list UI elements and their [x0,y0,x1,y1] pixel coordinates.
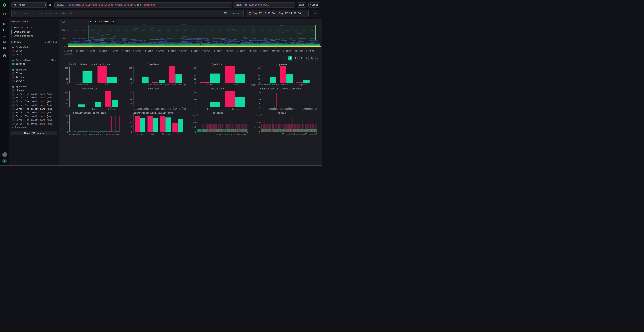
svg-text:0: 0 [67,106,68,108]
svg-text:1748192273433: 1748192273433 [268,108,282,110]
svg-text:0.3: 0.3 [256,122,260,124]
svg-text:2025-05-28T03:59:14.900820000Z: 2025-05-28T03:59:14.900820000Z [215,133,248,135]
svg-text:0: 0 [258,106,260,108]
svg-text:0: 0 [131,131,132,133]
svg-text:89835: 89835 [69,133,75,135]
svg-text:25: 25 [194,78,196,80]
svg-text:8: 8 [131,126,132,128]
svg-text:19961834: 19961834 [151,108,160,110]
svg-text:SpanAttributes.cache.size: SpanAttributes.cache.size [73,112,106,114]
svg-text:25: 25 [66,78,68,80]
svg-text:4: 4 [67,126,68,128]
svg-text:1748393738536: 1748393738536 [302,108,317,110]
svg-text:50: 50 [258,74,260,76]
svg-text:grpc.oteldemo.PaymentService/C: grpc.oteldemo.PaymentService/Charge [148,84,186,86]
svg-text:25: 25 [194,102,196,104]
svg-text:TraceId: TraceId [276,112,286,114]
svg-text:96139: 96139 [96,133,101,135]
svg-text:8: 8 [258,99,260,101]
svg-text:4: 4 [258,102,260,104]
svg-text:@hyperdx/instrumentation-excep: @hyperdx/instrumentation-exception [251,84,288,86]
svg-text:1748199880789: 1748199880789 [282,108,296,110]
svg-text:100: 100 [193,92,196,94]
svg-text:0: 0 [258,131,260,133]
svg-text:SpanName: SpanName [148,63,159,66]
svg-text:SpanAttributes.app.loyalty.lev: SpanAttributes.app.loyalty.level [132,112,174,114]
svg-text:16: 16 [258,92,260,94]
svg-text:0: 0 [195,106,196,108]
svg-text:1698314: 1698314 [142,108,150,110]
svg-text:Error: Error [207,108,213,110]
svg-text:0: 0 [131,106,132,108]
svg-text:SpanKind: SpanKind [212,63,222,66]
svg-text:2600849: 2600849 [161,108,169,110]
svg-text:0.3: 0.3 [193,122,196,124]
svg-text:Duration: Duration [148,88,159,90]
svg-text:100: 100 [129,67,132,69]
svg-text:50: 50 [66,74,68,76]
svg-text:92953: 92953 [82,133,88,135]
svg-text:25: 25 [66,102,68,104]
svg-text:50: 50 [194,99,196,101]
svg-text:32: 32 [130,115,132,117]
svg-text:100: 100 [193,67,196,69]
svg-text:25: 25 [130,78,132,80]
svg-text:97730: 97730 [102,133,108,135]
svg-text:50: 50 [130,74,132,76]
svg-text:Unset: Unset [232,108,238,110]
svg-text:0: 0 [131,82,132,84]
svg-text:mastercard: mastercard [77,84,88,86]
svg-text:8: 8 [67,122,68,124]
svg-text:0.15: 0.15 [255,126,260,128]
svg-text:25: 25 [258,78,260,80]
svg-text:payment: payment [299,84,306,86]
svg-text:0.6: 0.6 [256,115,260,117]
svg-text:100: 100 [256,67,260,69]
svg-text:0: 0 [195,82,196,84]
svg-text:ff860334facdb23d3f430ff5b5050f: ff860334facdb23d3f430ff5b5050f4f [282,133,317,135]
svg-text:bronze: bronze [137,133,143,135]
svg-text:94365: 94365 [89,133,95,135]
svg-text:Server: Server [232,84,238,86]
svg-text:gold: gold [150,133,155,135]
svg-text:Internal: Internal [206,84,214,86]
svg-text:16: 16 [66,115,68,117]
svg-text:0.1.0: 0.1.0 [92,108,98,110]
svg-text:StatusCode: StatusCode [211,88,224,90]
svg-text:silver: silver [174,133,181,135]
svg-text:0.51.1: 0.51.1 [108,108,115,110]
svg-text:100: 100 [65,92,68,94]
svg-text:visa: visa [105,84,110,86]
svg-text:91063: 91063 [76,133,82,135]
svg-text:SpanAttributes...yment.timesta: SpanAttributes...yment.timestamp [260,88,302,90]
svg-text:ScopeName: ScopeName [275,63,287,66]
svg-text:ScopeVersion: ScopeVersion [82,88,98,90]
svg-text:1333363: 1333363 [134,108,142,110]
svg-text:0: 0 [195,131,196,133]
svg-text:36: 36 [130,92,132,94]
svg-text:16: 16 [130,122,132,124]
svg-text:0: 0 [67,131,68,133]
svg-text:999435: 999435 [179,108,186,110]
svg-text:0.15: 0.15 [192,126,196,128]
svg-text:99900: 99900 [116,133,121,135]
svg-text:0.6: 0.6 [193,115,196,117]
svg-text:0: 0 [67,82,68,84]
svg-text:50: 50 [194,74,196,76]
svg-text:18: 18 [130,99,132,101]
svg-text:100: 100 [65,67,68,69]
svg-text:9: 9 [131,102,132,104]
svg-text:98338: 98338 [109,133,114,135]
svg-text:platinum: platinum [161,133,170,135]
svg-text:50: 50 [66,99,68,101]
svg-text:Timestamp: Timestamp [212,112,223,114]
svg-text:543017: 543017 [170,108,177,110]
svg-text:SpanAttributes...yment.card_ty: SpanAttributes...yment.card_type [68,63,110,66]
